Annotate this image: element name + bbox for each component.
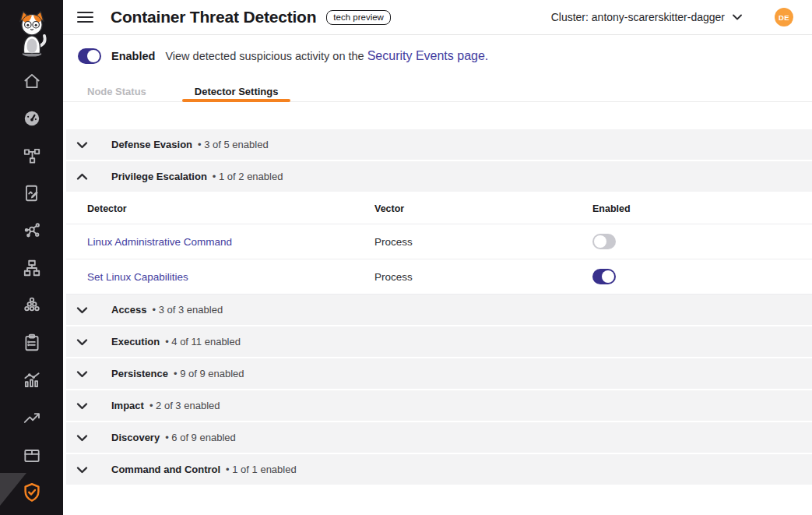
- topology-icon: [22, 146, 42, 166]
- sidebar-item-reports[interactable]: [0, 175, 63, 212]
- enable-bar: Enabled View detected suspicious activit…: [63, 35, 812, 64]
- category-enabled-count: • 3 of 5 enabled: [198, 139, 269, 150]
- menu-hamburger-icon[interactable]: [77, 9, 93, 26]
- category-row-privilege-escalation[interactable]: Privilege Escalation• 1 of 2 enabled: [66, 161, 812, 192]
- category-enabled-count: • 3 of 3 enabled: [153, 304, 223, 316]
- tab-node-status[interactable]: Node Status: [75, 82, 159, 101]
- sidebar-item-home[interactable]: [0, 62, 63, 100]
- category-name: Impact: [111, 400, 144, 411]
- category-row-execution[interactable]: Execution• 4 of 11 enabled: [66, 326, 812, 357]
- detector-link[interactable]: Linux Administrative Command: [87, 236, 374, 248]
- sidebar-item-clusters[interactable]: [0, 287, 63, 324]
- chevron-down-icon: [76, 370, 88, 378]
- home-icon: [22, 71, 42, 91]
- report-icon: [22, 183, 42, 203]
- chevron-up-icon: [76, 173, 88, 181]
- category-enabled-count: • 6 of 9 enabled: [165, 432, 236, 443]
- enabled-label: Enabled: [111, 50, 155, 62]
- chevron-down-icon: [76, 141, 88, 149]
- sidebar-item-dashboard[interactable]: [0, 100, 63, 137]
- detector-vector: Process: [374, 271, 592, 283]
- tech-preview-badge: tech preview: [326, 10, 391, 25]
- sidebar-item-compliance[interactable]: [0, 324, 63, 362]
- detector-link[interactable]: Set Linux Capabilities: [87, 271, 374, 283]
- security-shield-icon: [21, 481, 43, 503]
- package-box-icon: [22, 445, 42, 465]
- category-name: Execution: [111, 336, 160, 347]
- sidebar-item-packages[interactable]: [0, 436, 63, 474]
- category-name: Discovery: [111, 432, 160, 443]
- enabled-toggle[interactable]: [78, 48, 101, 64]
- category-row-impact[interactable]: Impact• 2 of 3 enabled: [66, 390, 812, 421]
- connections-icon: [22, 220, 42, 241]
- category-enabled-count: • 9 of 9 enabled: [174, 368, 244, 379]
- main-panel: Container Threat Detection tech preview …: [63, 0, 812, 515]
- category-name: Command and Control: [111, 464, 220, 475]
- chevron-down-icon: [76, 338, 88, 346]
- page-title: Container Threat Detection: [111, 8, 316, 26]
- category-name: Persistence: [111, 368, 168, 379]
- category-enabled-count: • 1 of 1 enabled: [226, 464, 297, 475]
- column-header: Enabled: [592, 203, 812, 214]
- detector-table: DetectorVectorEnabledLinux Administrativ…: [66, 193, 812, 295]
- user-avatar[interactable]: DE: [775, 8, 793, 26]
- metrics-chart-icon: [22, 370, 42, 390]
- detector-toggle[interactable]: [592, 269, 616, 284]
- clipboard-icon: [22, 333, 42, 353]
- category-name: Access: [111, 304, 147, 316]
- top-bar: Container Threat Detection tech preview …: [63, 0, 812, 35]
- chevron-down-icon: [76, 306, 88, 314]
- sidebar-item-trends[interactable]: [0, 399, 63, 436]
- chevron-down-icon: [76, 402, 88, 410]
- category-enabled-count: • 4 of 11 enabled: [165, 336, 241, 347]
- category-row-access[interactable]: Access• 3 of 3 enabled: [66, 295, 812, 325]
- cluster-icon: [22, 295, 42, 316]
- category-enabled-count: • 1 of 2 enabled: [213, 171, 283, 182]
- column-header: Vector: [374, 203, 592, 214]
- enable-description: View detected suspicious activity on the: [165, 50, 364, 62]
- detector-vector: Process: [374, 236, 592, 248]
- dashboard-gauge-icon: [22, 108, 42, 129]
- tab-bar: Node StatusDetector Settings: [63, 82, 812, 102]
- category-row-defense-evasion[interactable]: Defense Evasion• 3 of 5 enabled: [66, 129, 812, 160]
- category-name: Defense Evasion: [111, 139, 192, 150]
- sidebar-item-connections[interactable]: [0, 212, 63, 249]
- cluster-selector[interactable]: Cluster: antony-scarerskitter-dagger: [551, 11, 742, 23]
- category-row-command-and-control[interactable]: Command and Control• 1 of 1 enabled: [66, 454, 812, 485]
- sidebar: [0, 0, 63, 515]
- cluster-selector-label: Cluster: antony-scarerskitter-dagger: [551, 11, 725, 23]
- cat-mascot-logo: [14, 5, 50, 62]
- sitemap-icon: [22, 258, 42, 278]
- detector-table-header: DetectorVectorEnabled: [66, 193, 812, 224]
- detector-category-list: Defense Evasion• 3 of 5 enabledPrivilege…: [66, 129, 812, 485]
- security-events-link[interactable]: Security Events page.: [367, 49, 489, 63]
- chevron-down-icon: [76, 466, 88, 474]
- category-row-discovery[interactable]: Discovery• 6 of 9 enabled: [66, 422, 812, 453]
- sidebar-item-topology[interactable]: [0, 137, 63, 175]
- chevron-down-icon: [733, 14, 742, 20]
- category-row-persistence[interactable]: Persistence• 9 of 9 enabled: [66, 358, 812, 389]
- category-enabled-count: • 2 of 3 enabled: [149, 400, 220, 411]
- column-header: Detector: [87, 203, 374, 214]
- detector-row: Set Linux CapabilitiesProcess: [66, 259, 812, 295]
- sidebar-item-metrics[interactable]: [0, 362, 63, 399]
- trend-arrow-icon: [22, 407, 42, 428]
- tab-detector-settings[interactable]: Detector Settings: [182, 82, 291, 101]
- category-name: Privilege Escalation: [111, 171, 207, 182]
- sidebar-item-network[interactable]: [0, 249, 63, 287]
- detector-row: Linux Administrative CommandProcess: [66, 224, 812, 259]
- detector-toggle[interactable]: [592, 234, 616, 249]
- chevron-down-icon: [76, 434, 88, 442]
